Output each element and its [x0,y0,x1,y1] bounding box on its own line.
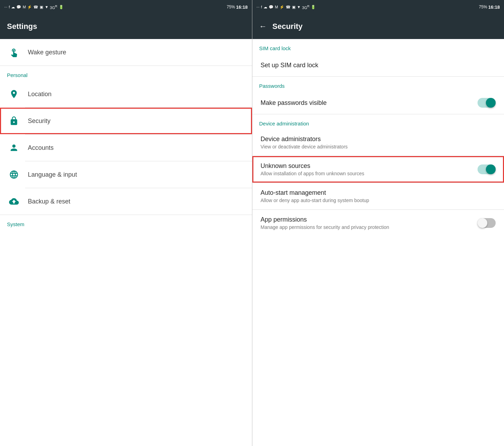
unknown-sources-label: Unknown sources [261,162,472,170]
security-icon [7,114,21,128]
security-item-auto-start[interactable]: Auto-start management Allow or deny app … [252,183,504,209]
unknown-sources-knob [486,164,496,174]
setup-sim-text: Set up SIM card lock [261,62,496,69]
backup-text: Backup & reset [28,198,245,205]
unknown-sources-text: Unknown sources Allow installation of ap… [261,162,472,176]
right-panel: ··· f ☁ 💬 M ⚡ ☎ ▣ ▼ 3GR 🔋 75% 16:18 ← Se… [252,0,504,446]
settings-list: Wake gesture Personal Location [0,39,252,446]
unknown-sources-subtitle: Allow installation of apps from unknown … [261,171,472,176]
location-icon [7,87,21,101]
security-label: Security [28,117,245,125]
unknown-sources-toggle[interactable] [478,164,496,174]
device-admins-label: Device administrators [261,136,496,143]
status-bar-right: ··· f ☁ 💬 M ⚡ ☎ ▣ ▼ 3GR 🔋 75% 16:18 [252,0,504,14]
app-permissions-label: App permissions [261,216,472,223]
section-sim-card-lock: SIM card lock [252,39,504,54]
app-bar-left: Settings [0,14,252,39]
settings-item-language[interactable]: Language & input [0,161,252,188]
section-personal: Personal [0,66,252,81]
accounts-label: Accounts [28,144,245,152]
app-permissions-subtitle: Manage app permissions for security and … [261,224,472,230]
language-label: Language & input [28,171,245,178]
security-text: Security [28,117,245,125]
app-permissions-toggle[interactable] [478,218,496,228]
language-text: Language & input [28,171,245,178]
status-icons-left: ··· f ☁ 💬 M ⚡ ☎ ▣ ▼ 3GR 🔋 [4,5,64,10]
app-permissions-text: App permissions Manage app permissions f… [261,216,472,230]
security-item-device-admins[interactable]: Device administrators View or deactivate… [252,129,504,156]
security-item-app-permissions[interactable]: App permissions Manage app permissions f… [252,210,504,236]
passwords-visible-label: Make passwords visible [261,99,472,107]
security-item-unknown-sources[interactable]: Unknown sources Allow installation of ap… [252,156,504,183]
section-passwords: Passwords [252,77,504,92]
backup-label: Backup & reset [28,198,245,205]
settings-item-wake-gesture[interactable]: Wake gesture [0,39,252,66]
wake-gesture-icon [7,45,21,59]
location-label: Location [28,91,245,98]
settings-item-backup[interactable]: Backup & reset [0,188,252,215]
security-item-passwords-visible[interactable]: Make passwords visible [252,92,504,114]
accounts-text: Accounts [28,144,245,152]
location-text: Location [28,91,245,98]
passwords-visible-toggle[interactable] [478,98,496,108]
setup-sim-label: Set up SIM card lock [261,62,496,69]
settings-item-security[interactable]: Security [0,108,252,134]
wake-gesture-label: Wake gesture [28,49,245,56]
section-device-admin: Device administration [252,114,504,129]
security-settings-list: SIM card lock Set up SIM card lock Passw… [252,39,504,446]
backup-icon [7,194,21,208]
section-system: System [0,215,252,230]
language-icon [7,168,21,182]
device-admins-text: Device administrators View or deactivate… [261,136,496,149]
accounts-icon [7,141,21,155]
settings-title: Settings [7,22,37,31]
settings-item-location[interactable]: Location [0,81,252,107]
status-bar-left: ··· f ☁ 💬 M ⚡ ☎ ▣ ▼ 3GR 🔋 75% 16:18 [0,0,252,14]
security-page-title: Security [273,22,303,31]
battery-right: 75% 16:18 [479,5,500,10]
device-admins-subtitle: View or deactivate device administrators [261,144,496,149]
wake-gesture-text: Wake gesture [28,49,245,56]
passwords-visible-knob [486,98,496,108]
back-button[interactable]: ← [259,22,267,31]
passwords-visible-text: Make passwords visible [261,99,472,107]
battery-left: 75% 16:18 [227,5,247,10]
auto-start-label: Auto-start management [261,189,496,197]
status-icons-right: ··· f ☁ 💬 M ⚡ ☎ ▣ ▼ 3GR 🔋 [257,5,316,10]
auto-start-subtitle: Allow or deny app auto-start during syst… [261,198,496,203]
auto-start-text: Auto-start management Allow or deny app … [261,189,496,203]
left-panel: ··· f ☁ 💬 M ⚡ ☎ ▣ ▼ 3GR 🔋 75% 16:18 Sett… [0,0,252,446]
security-item-setup-sim[interactable]: Set up SIM card lock [252,54,504,76]
settings-item-accounts[interactable]: Accounts [0,134,252,161]
app-bar-security: ← Security [252,14,504,39]
app-permissions-knob [478,218,487,228]
